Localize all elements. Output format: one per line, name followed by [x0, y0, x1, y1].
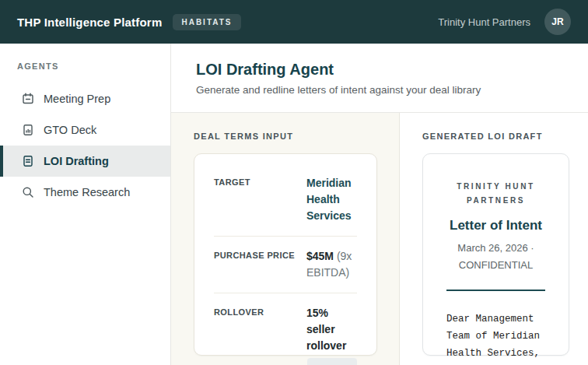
deal-row-rollover: ROLLOVER 15% seller rollover Standard	[214, 293, 357, 365]
loi-firm-name: TRINITY HUNT PARTNERS	[446, 180, 545, 208]
sidebar-item-label: Meeting Prep	[44, 93, 110, 105]
deal-terms-panel-label: DEAL TERMS INPUT	[194, 132, 377, 141]
loi-body-text: Dear Management Team of Meridian Health …	[446, 311, 545, 362]
top-bar: THP Intelligence Platform HABITATS Trini…	[0, 0, 588, 44]
page-title: LOI Drafting Agent	[196, 61, 563, 79]
loi-draft-panel: GENERATED LOI DRAFT TRINITY HUNT PARTNER…	[400, 113, 588, 365]
sidebar-item-label: LOI Drafting	[44, 155, 109, 167]
search-icon	[22, 186, 34, 198]
status-badge: Standard	[307, 358, 357, 365]
loi-divider	[446, 290, 545, 291]
loi-title: Letter of Intent	[446, 218, 545, 233]
deal-row-label: TARGET	[214, 175, 306, 224]
org-name: Trinity Hunt Partners	[438, 16, 530, 28]
deal-terms-card: TARGET Meridian Health Services PURCHASE…	[194, 153, 377, 356]
loi-draft-panel-label: GENERATED LOI DRAFT	[422, 132, 569, 141]
file-chart-icon	[22, 124, 34, 136]
deal-value-main: $45M	[306, 250, 334, 262]
sidebar-item-meeting-prep[interactable]: Meeting Prep	[0, 83, 170, 114]
file-text-icon	[22, 155, 34, 167]
app-title: THP Intelligence Platform	[17, 16, 162, 29]
page-header: LOI Drafting Agent Generate and redline …	[171, 44, 588, 112]
deal-row-value: Meridian Health Services	[306, 175, 357, 224]
loi-draft-card: TRINITY HUNT PARTNERS Letter of Intent M…	[422, 153, 569, 356]
loi-meta: March 26, 2026 · CONFIDENTIAL	[446, 240, 545, 274]
deal-row-label: PURCHASE PRICE	[214, 248, 306, 281]
deal-row-label: ROLLOVER	[214, 305, 306, 365]
sidebar: AGENTS Meeting Prep GTO Deck	[0, 44, 171, 365]
environment-badge: HABITATS	[173, 14, 240, 30]
sidebar-item-theme-research[interactable]: Theme Research	[0, 177, 170, 208]
deal-terms-panel: DEAL TERMS INPUT TARGET Meridian Health …	[171, 113, 400, 365]
sidebar-item-loi-drafting[interactable]: LOI Drafting	[0, 146, 170, 177]
sidebar-item-gto-deck[interactable]: GTO Deck	[0, 114, 170, 146]
main-content: LOI Drafting Agent Generate and redline …	[171, 44, 588, 365]
deal-row-purchase-price: PURCHASE PRICE $45M (9x EBITDA)	[214, 236, 357, 293]
avatar[interactable]: JR	[544, 9, 571, 35]
page-subtitle: Generate and redline letters of intent a…	[196, 84, 563, 96]
deal-row-value: $45M (9x EBITDA)	[306, 248, 357, 281]
sidebar-item-label: Theme Research	[44, 186, 130, 198]
badge-wrap: Standard	[306, 358, 357, 365]
deal-row-value: 15% seller rollover Standard	[306, 305, 357, 365]
panels: DEAL TERMS INPUT TARGET Meridian Health …	[171, 112, 588, 365]
app-shell: AGENTS Meeting Prep GTO Deck	[0, 44, 588, 365]
deal-value-main: 15% seller rollover	[306, 307, 346, 352]
sidebar-item-label: GTO Deck	[44, 124, 96, 136]
calendar-icon	[22, 93, 34, 105]
deal-row-target: TARGET Meridian Health Services	[214, 175, 357, 236]
sidebar-section-label: AGENTS	[0, 61, 170, 71]
